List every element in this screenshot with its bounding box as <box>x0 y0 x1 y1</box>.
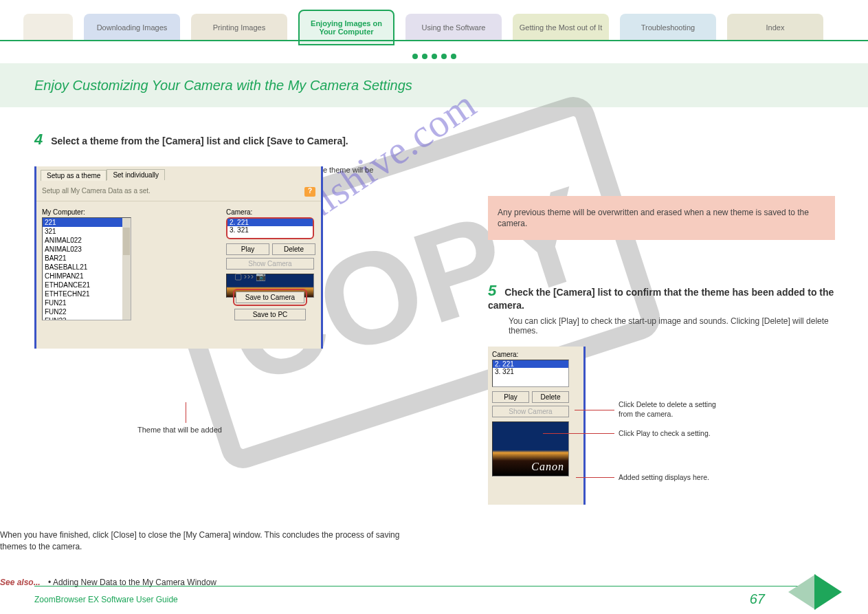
callout-line-2 <box>186 402 186 423</box>
camera-list-small[interactable]: 2. 221 3. 321 <box>492 360 569 387</box>
page-nav <box>788 574 842 610</box>
listbox-my-computer[interactable]: 221 321 ANIMAL022 ANIMAL023 BAR21 BASEBA… <box>42 217 131 320</box>
transfer-arrow-icon: ▢›››📷 <box>234 272 267 281</box>
list-item[interactable]: ETHDANCE21 <box>43 281 131 289</box>
divider <box>0 40 868 41</box>
screenshot-my-camera-window: Setup as a theme Set individually Setup … <box>34 166 323 349</box>
label-camera: Camera: <box>226 208 315 216</box>
list-item[interactable]: 2. 221 <box>227 219 313 226</box>
closing-paragraph: When you have finished, click [Close] to… <box>0 529 412 553</box>
step5-title: 5 Check the [Camera] list to confirm tha… <box>488 282 838 311</box>
show-camera-button-small[interactable]: Show Camera <box>492 406 569 417</box>
list-item[interactable]: ETHTECHN21 <box>43 289 131 298</box>
label-camera-small: Camera: <box>492 351 579 358</box>
section-dots <box>0 50 868 62</box>
tab-strip: Downloading Images Printing Images Enjoy… <box>0 6 868 44</box>
r-line-1 <box>575 410 614 410</box>
r-line-3 <box>576 477 614 478</box>
tab-software[interactable]: Using the Software <box>405 14 502 41</box>
label-my-computer: My Computer: <box>42 208 131 216</box>
list-item[interactable]: BAR21 <box>43 254 131 263</box>
preview-image-small: Canon <box>492 421 569 476</box>
step4-text: Select a theme from the [Camera] list an… <box>51 135 348 146</box>
scrollbar[interactable] <box>122 218 131 320</box>
list-item[interactable]: BASEBALL21 <box>43 263 131 272</box>
play-button[interactable]: Play <box>226 243 269 255</box>
tab-downloading[interactable]: Downloading Images <box>84 14 180 41</box>
r-line-2 <box>543 433 614 434</box>
warning-text: Any previous theme will be overwritten a… <box>498 208 809 228</box>
shot-note: Setup all My Camera Data as a set. <box>42 187 151 197</box>
callout-theme-added: Theme that will be added <box>137 425 275 435</box>
list-item[interactable]: FUN22 <box>43 307 131 316</box>
r-lead-play: Click Play to check a setting. <box>619 429 728 439</box>
save-to-camera-button[interactable]: Save to Camera <box>236 292 304 303</box>
step5-body: You can click [Play] to check the start-… <box>509 316 838 336</box>
show-camera-button[interactable]: Show Camera <box>226 258 314 270</box>
step5-num: 5 <box>488 282 496 299</box>
list-item[interactable]: ANIMAL022 <box>43 236 131 245</box>
step5-text: Check the [Camera] list to confirm that … <box>488 287 834 311</box>
footer-title: ZoomBrowser EX Software User Guide <box>34 595 178 604</box>
list-item[interactable]: ANIMAL023 <box>43 245 131 254</box>
r-lead-added: Added setting displays here. <box>619 473 728 483</box>
list-item[interactable]: 2. 221 <box>493 360 568 368</box>
step4-num: 4 <box>34 131 43 148</box>
page-number: 67 <box>750 591 765 607</box>
list-item[interactable]: FUN23 <box>43 316 131 320</box>
screenshot-camera-panel: Camera: 2. 221 3. 321 Play Delete Show C… <box>488 347 586 505</box>
delete-button-small[interactable]: Delete <box>532 391 569 403</box>
back-button[interactable] <box>788 574 816 610</box>
tab-cover[interactable] <box>23 14 73 41</box>
tab-printing[interactable]: Printing Images <box>191 14 287 41</box>
save-to-pc-button[interactable]: Save to PC <box>234 309 306 320</box>
tab-troubleshooting[interactable]: Troubleshooting <box>620 14 716 41</box>
page-heading: Enjoy Customizing Your Camera with the M… <box>0 63 868 107</box>
list-item[interactable]: 3. 321 <box>227 226 313 234</box>
save-to-camera-highlight: Save to Camera <box>233 289 307 306</box>
list-item[interactable]: CHIMPAN21 <box>43 272 131 281</box>
list-item[interactable]: FUN21 <box>43 298 131 307</box>
shot-tab-individually[interactable]: Set individually <box>107 169 165 180</box>
r-lead-delete: Click Delete to delete a setting from th… <box>619 400 728 419</box>
next-button[interactable] <box>814 574 842 610</box>
tab-index[interactable]: Index <box>727 14 823 41</box>
shot-tab-theme[interactable]: Setup as a theme <box>41 170 107 181</box>
list-item[interactable]: 221 <box>43 218 131 227</box>
tab-most-out[interactable]: Getting the Most out of It <box>513 14 609 41</box>
help-icon[interactable]: ? <box>304 187 315 197</box>
canon-logo: Canon <box>531 461 564 473</box>
list-item[interactable]: 3. 321 <box>493 368 568 375</box>
step4-title: 4 Select a theme from the [Camera] list … <box>34 131 834 149</box>
play-button-small[interactable]: Play <box>492 391 529 403</box>
footer-divider <box>34 586 827 586</box>
delete-button[interactable]: Delete <box>272 243 315 255</box>
warning-box: Any previous theme will be overwritten a… <box>488 196 835 240</box>
camera-list-highlight[interactable]: 2. 221 3. 321 <box>226 217 314 239</box>
list-item[interactable]: 321 <box>43 227 131 236</box>
